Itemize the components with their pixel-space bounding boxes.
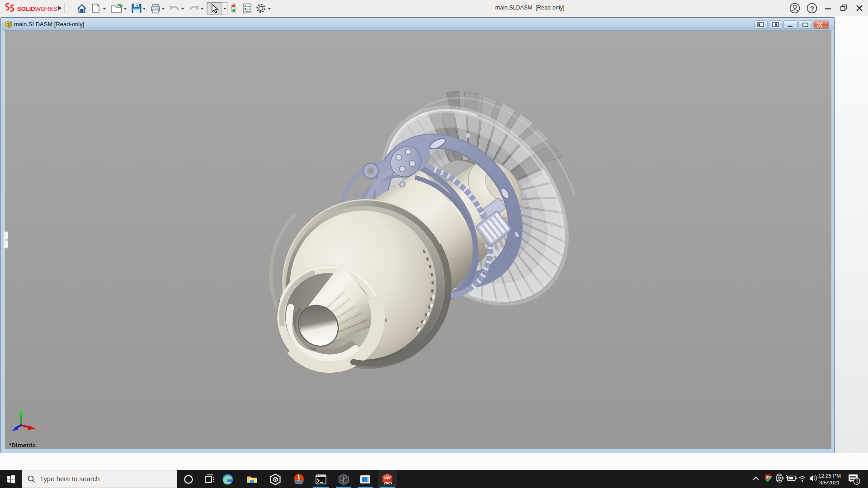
svg-text:*Dimetric: *Dimetric (9, 442, 36, 449)
svg-text:SW: SW (384, 476, 392, 480)
svg-text:?: ? (810, 5, 814, 12)
svg-text:C:\_: C:\_ (317, 475, 322, 478)
svg-text:1: 1 (856, 479, 859, 484)
svg-text:2021: 2021 (384, 481, 392, 485)
